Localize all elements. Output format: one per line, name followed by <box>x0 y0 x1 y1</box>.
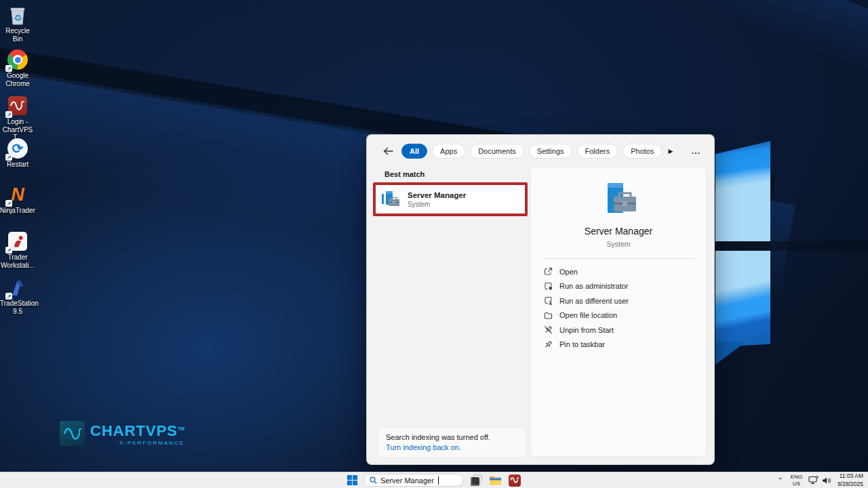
chartvps-sine-icon <box>60 421 85 446</box>
network-icon <box>808 476 818 485</box>
desktop-icon-label: NinjaTrader <box>0 207 35 215</box>
taskbar-file-explorer[interactable] <box>489 474 502 487</box>
run-as-user-icon <box>544 296 553 305</box>
action-unpin-from-start[interactable]: Unpin from Start <box>531 323 706 338</box>
pin-icon <box>544 340 553 349</box>
shortcut-arrow-icon: ↗ <box>5 65 12 72</box>
wallpaper-window-crossbar <box>715 241 868 251</box>
search-tabbar: All Apps Documents Settings Folders Phot… <box>367 135 714 159</box>
action-label: Pin to taskbar <box>559 340 605 348</box>
tray-date: 8/28/2025 <box>837 481 863 488</box>
unpin-icon <box>544 325 553 334</box>
desktop-icon-label: Trader Workstati... <box>1 253 35 269</box>
taskbar-chartvps-app[interactable] <box>508 474 521 487</box>
taskbar-search-box[interactable]: Server Manager <box>363 474 464 487</box>
action-label: Unpin from Start <box>559 326 614 334</box>
best-match-heading: Best match <box>384 170 425 178</box>
wallpaper-window-lower-pane <box>715 251 770 347</box>
desktop-icon-label: Google Chrome <box>1 72 34 87</box>
chartvps-brand-logo: CHARTVPSTM X-PERFORMANCE <box>60 421 184 446</box>
text-caret <box>438 476 439 485</box>
desktop-icon-tradestation[interactable]: ↗ TradeStation 9.5 <box>1 277 34 315</box>
trader-workstation-icon: ↗ <box>7 230 28 252</box>
server-manager-icon-small <box>381 190 401 209</box>
action-pin-to-taskbar[interactable]: Pin to taskbar <box>531 338 706 352</box>
desktop-icon-login-chartvps[interactable]: ↗ Login - ChartVPS T... <box>1 95 34 142</box>
restart-icon: ⟳ ↗ <box>7 138 28 159</box>
preview-title: Server Manager <box>585 226 652 237</box>
action-label: Open <box>559 268 578 276</box>
tab-settings[interactable]: Settings <box>529 144 572 159</box>
action-label: Open file location <box>559 311 617 319</box>
best-match-subtitle: System <box>408 201 466 208</box>
indexing-notice-text: Search indexing was turned off. <box>386 433 518 441</box>
action-run-as-different-user[interactable]: Run as different user <box>531 293 706 308</box>
open-external-icon <box>544 267 553 276</box>
action-open[interactable]: Open <box>531 264 706 279</box>
desktop-icon-label: Recycle Bin <box>1 27 34 43</box>
taskbar-app-window-stack[interactable] <box>470 474 483 487</box>
file-explorer-icon <box>489 475 502 486</box>
clock[interactable]: 11:03 AM 8/28/2025 <box>837 472 865 487</box>
volume-icon <box>822 476 831 485</box>
server-manager-icon-large <box>599 182 638 216</box>
chartvps-app-icon: ↗ <box>7 95 28 117</box>
action-label: Run as different user <box>559 297 629 305</box>
tray-time: 11:03 AM <box>837 472 863 480</box>
indexing-notice: Search indexing was turned off. Turn ind… <box>378 428 526 458</box>
tray-overflow-chevron[interactable]: ⌃ <box>776 476 784 484</box>
more-tabs-button[interactable]: ▶ <box>668 148 673 155</box>
language-indicator[interactable]: ENG US <box>791 474 802 487</box>
shortcut-arrow-icon: ↗ <box>5 293 12 300</box>
best-match-title: Server Manager <box>408 191 466 199</box>
ninjatrader-icon: N ↗ <box>7 184 28 205</box>
taskbar-search-value: Server Manager <box>380 476 434 485</box>
wallpaper-window-upper-pane <box>715 141 770 241</box>
run-as-admin-icon <box>544 282 553 291</box>
overflow-menu-button[interactable]: ... <box>688 146 705 156</box>
taskbar: Server Manager ⌃ ENG US <box>0 472 868 488</box>
desktop-icon-label: Restart <box>7 161 28 169</box>
tradestation-icon: ↗ <box>7 277 28 298</box>
recycle-bin-icon: ♻ <box>7 4 28 26</box>
desktop-icon-label: TradeStation 9.5 <box>0 300 35 315</box>
preview-divider <box>541 258 696 259</box>
result-preview-panel: Server Manager System Open Run as admini… <box>530 167 707 457</box>
brand-tm: TM <box>178 426 184 431</box>
action-run-as-administrator[interactable]: Run as administrator <box>531 279 706 294</box>
best-match-result-server-manager[interactable]: Server Manager System <box>373 182 528 216</box>
brand-name: CHARTVPSTM <box>90 424 184 439</box>
action-label: Run as administrator <box>559 282 629 290</box>
tab-photos[interactable]: Photos <box>623 144 662 159</box>
preview-subtitle: System <box>606 240 630 248</box>
action-open-file-location[interactable]: Open file location <box>531 308 706 323</box>
chartvps-app-icon <box>509 474 521 487</box>
shortcut-arrow-icon: ↗ <box>5 154 12 161</box>
back-button[interactable] <box>382 145 394 157</box>
tab-apps[interactable]: Apps <box>432 144 465 159</box>
search-icon <box>370 476 377 484</box>
indexing-notice-link[interactable]: Turn indexing back on. <box>386 443 518 451</box>
desktop-icon-recycle-bin[interactable]: ♻ Recycle Bin <box>1 4 34 43</box>
search-flyout: All Apps Documents Settings Folders Phot… <box>366 134 715 465</box>
desktop-icon-google-chrome[interactable]: ↗ Google Chrome <box>1 49 34 87</box>
chrome-icon: ↗ <box>7 49 28 70</box>
svg-text:♻: ♻ <box>14 13 22 23</box>
shortcut-arrow-icon: ↗ <box>5 200 12 207</box>
start-button[interactable] <box>347 475 357 485</box>
shortcut-arrow-icon: ↗ <box>5 247 12 253</box>
tab-documents[interactable]: Documents <box>470 144 524 159</box>
tab-all[interactable]: All <box>401 144 427 159</box>
desktop-icon-trader-workstation[interactable]: ↗ Trader Workstati... <box>1 230 34 269</box>
desktop-icon-ninjatrader[interactable]: N ↗ NinjaTrader <box>1 184 34 215</box>
tab-folders[interactable]: Folders <box>577 144 618 159</box>
wallpaper-corner-beam <box>598 0 868 98</box>
system-tray-icons[interactable] <box>808 476 831 485</box>
shortcut-arrow-icon: ↗ <box>5 111 12 118</box>
folder-icon <box>544 311 553 320</box>
desktop-icon-restart[interactable]: ⟳ ↗ Restart <box>1 138 34 169</box>
brand-tagline: X-PERFORMANCE <box>90 440 184 446</box>
